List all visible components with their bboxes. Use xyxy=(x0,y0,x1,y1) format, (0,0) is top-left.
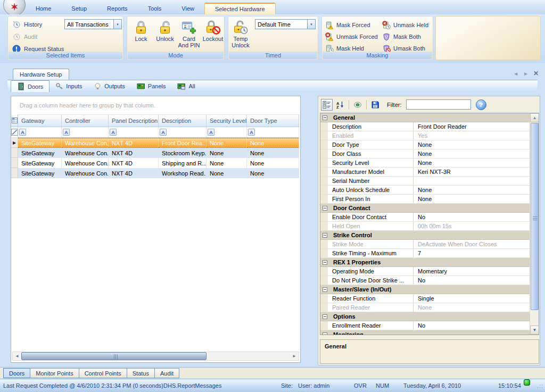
property-value[interactable]: No xyxy=(414,321,530,330)
default-time-dropdown[interactable]: Default Time ▼ xyxy=(255,19,316,29)
property-value[interactable]: None xyxy=(414,140,530,149)
transactions-dropdown[interactable]: All Transactions ▼ xyxy=(64,19,122,29)
filter-cell[interactable]: A xyxy=(207,127,247,138)
ribbon-tab-view[interactable]: View xyxy=(171,3,204,14)
history-button[interactable]: History xyxy=(12,20,42,29)
property-row[interactable]: Auto Unlock ScheduleNone xyxy=(320,186,530,195)
chevron-down-icon[interactable]: ▼ xyxy=(307,20,315,29)
collapse-icon[interactable]: − xyxy=(323,287,327,292)
property-section-options[interactable]: −Options xyxy=(320,312,530,321)
filter-condition-icon[interactable]: A xyxy=(248,129,255,136)
property-value[interactable]: No xyxy=(414,213,530,221)
subtab-doors[interactable]: Doors xyxy=(11,80,49,92)
property-row[interactable]: Enrollment ReaderNo xyxy=(320,321,530,330)
property-row[interactable]: Strike Timing - Maximum7 xyxy=(320,249,530,258)
collapse-icon[interactable]: − xyxy=(323,314,327,319)
filter-cell[interactable]: A xyxy=(159,127,207,138)
column-header-panel-description[interactable]: Panel Description xyxy=(109,114,159,127)
alphabetical-sort-button[interactable]: AZ xyxy=(334,99,346,111)
property-value[interactable]: None xyxy=(414,159,530,167)
property-row[interactable]: First Person InNone xyxy=(320,195,530,204)
table-row[interactable]: SiteGatewayWarehouse Con...NXT 4DShippin… xyxy=(11,158,300,168)
property-row[interactable]: Do Not Pulse Door Strike ...No xyxy=(320,276,530,285)
resize-grip[interactable]: .:: xyxy=(537,379,543,391)
document-tab-hardware-setup[interactable]: Hardware Setup xyxy=(13,69,69,80)
subtab-panels[interactable]: Panels xyxy=(131,80,172,92)
scroll-tabs-left-icon[interactable]: ◄ xyxy=(513,71,518,77)
scroll-tabs-right-icon[interactable]: ► xyxy=(523,71,529,77)
bottom-tab-control-points[interactable]: Control Points xyxy=(79,368,127,378)
filter-condition-icon[interactable]: A xyxy=(110,129,117,136)
property-value[interactable]: None xyxy=(414,149,530,158)
mask-both-button[interactable]: Mask Both xyxy=(382,31,428,43)
property-row[interactable]: DescriptionFront Door Reader xyxy=(320,122,530,131)
bottom-tab-audit[interactable]: Audit xyxy=(154,368,179,378)
column-header-security-level[interactable]: Security Level xyxy=(207,114,247,127)
categorized-view-button[interactable] xyxy=(321,99,333,111)
close-tab-icon[interactable]: ✕ xyxy=(533,70,539,77)
horizontal-scrollbar-thumb[interactable] xyxy=(21,352,207,360)
ribbon-tab-setup[interactable]: Setup xyxy=(61,3,97,14)
column-header-gateway[interactable]: Gateway xyxy=(18,114,62,127)
bottom-tab-monitor-points[interactable]: Monitor Points xyxy=(30,368,79,378)
property-value[interactable]: No xyxy=(414,276,530,285)
table-row[interactable]: ▶SiteGatewayWarehouse Con...NXT 4DFront … xyxy=(11,138,300,148)
bottom-tab-doors[interactable]: Doors xyxy=(3,368,30,378)
group-by-area[interactable]: Drag a column header here to group by th… xyxy=(11,96,300,114)
mask-forced-button[interactable]: Mask Forced xyxy=(325,19,381,31)
property-section-rex-1-properties[interactable]: −REX 1 Properties xyxy=(320,258,530,267)
application-menu-button[interactable]: ✶ xyxy=(3,0,26,16)
vertical-scrollbar-thumb[interactable] xyxy=(531,123,539,310)
property-section-master-slave-in-out-[interactable]: −Master/Slave (In/Out) xyxy=(320,285,530,294)
filter-condition-icon[interactable]: A xyxy=(19,129,26,136)
scroll-right-icon[interactable]: ► xyxy=(290,354,299,358)
filter-cell[interactable]: A xyxy=(109,127,159,138)
collapse-icon[interactable]: − xyxy=(323,332,327,336)
column-header-controller[interactable]: Controller xyxy=(62,114,109,127)
lock-button[interactable]: Lock xyxy=(130,18,152,48)
filter-cell[interactable]: A xyxy=(247,127,299,138)
vertical-scrollbar[interactable]: ▲ ▼ xyxy=(530,113,539,335)
property-row[interactable]: Enable Door ContactNo xyxy=(320,213,530,222)
lockout-button[interactable]: Lockout xyxy=(202,18,224,48)
card-and-pin-button[interactable]: Card And PIN xyxy=(178,18,200,48)
property-row[interactable]: Held Open00h 00m 15s xyxy=(320,222,530,231)
property-row[interactable]: Door ClassNone xyxy=(320,149,530,159)
column-header-door-type[interactable]: Door Type xyxy=(247,114,299,127)
scroll-up-icon[interactable]: ▲ xyxy=(530,113,539,122)
clear-filter-button[interactable] xyxy=(11,127,18,138)
property-value[interactable]: Momentary xyxy=(414,267,530,276)
filter-cell[interactable]: A xyxy=(18,127,62,138)
property-section-general[interactable]: −General xyxy=(320,113,530,122)
horizontal-scrollbar[interactable]: ◄ ► xyxy=(12,352,299,361)
property-row[interactable]: Paired ReaderNone xyxy=(320,303,530,312)
property-value[interactable] xyxy=(414,177,530,185)
subtab-outputs[interactable]: Outputs xyxy=(88,80,131,92)
property-value[interactable]: None xyxy=(414,186,530,194)
filter-condition-icon[interactable]: A xyxy=(63,129,70,136)
filter-cell[interactable]: A xyxy=(62,127,109,138)
property-row[interactable]: Operating ModeMomentary xyxy=(320,267,530,276)
property-row[interactable]: EnabledYes xyxy=(320,131,530,140)
ribbon-tab-home[interactable]: Home xyxy=(26,3,61,14)
unmask-forced-button[interactable]: Unmask Forced xyxy=(325,31,381,43)
column-header-description[interactable]: Description xyxy=(159,114,207,127)
property-value[interactable]: Keri NXT-3R xyxy=(414,168,530,176)
property-section-door-contact[interactable]: −Door Contact xyxy=(320,204,530,213)
subtab-all[interactable]: All xyxy=(171,80,201,92)
property-value[interactable]: Single xyxy=(414,294,530,303)
property-row[interactable]: Serial Number xyxy=(320,177,530,186)
scroll-left-icon[interactable]: ◄ xyxy=(13,354,21,358)
grid-corner-button[interactable] xyxy=(11,114,18,127)
collapse-icon[interactable]: − xyxy=(323,233,327,238)
table-row[interactable]: SiteGatewayWarehouse Con...NXT 4DStockro… xyxy=(11,148,300,158)
filter-input[interactable] xyxy=(406,99,471,110)
toggle-view-button[interactable] xyxy=(352,99,364,111)
filter-condition-icon[interactable]: A xyxy=(208,129,214,136)
property-value[interactable]: 7 xyxy=(414,249,530,257)
collapse-icon[interactable]: − xyxy=(323,260,327,265)
scroll-down-icon[interactable]: ▼ xyxy=(530,326,539,335)
temp-unlock-button[interactable]: Temp Unlock xyxy=(229,18,252,48)
ribbon-tab-tools[interactable]: Tools xyxy=(138,3,172,14)
collapse-icon[interactable]: − xyxy=(323,206,327,211)
